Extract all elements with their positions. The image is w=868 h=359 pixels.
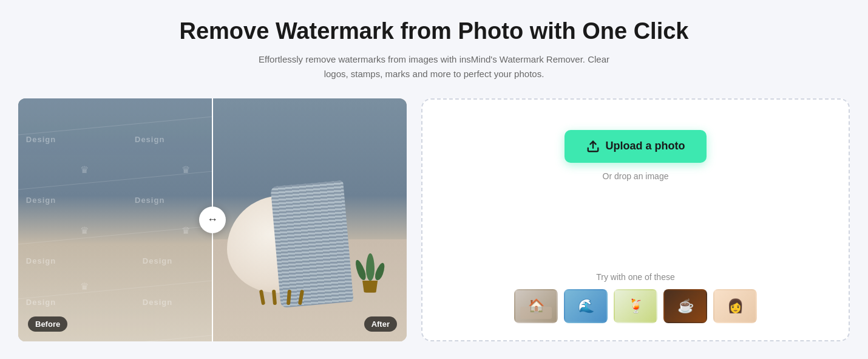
sample-thumb-4[interactable]: ☕ (663, 289, 707, 323)
page-subtitle: Effortlessly remove watermarks from imag… (246, 52, 622, 81)
chair-leg (259, 289, 265, 305)
svg-line-0 (18, 98, 212, 135)
chair-leg (287, 289, 291, 304)
before-bg: Design Design Design Design Design Desig… (18, 98, 212, 341)
page-title: Remove Watermark from Photo with One Cli… (180, 18, 689, 45)
drop-text: Or drop an image (603, 171, 669, 181)
thumb-inner-4: ☕ (665, 290, 706, 322)
chair-legs (257, 287, 306, 305)
svg-line-2 (18, 208, 212, 244)
sample-images: 🏠 🌊 🍹 ☕ 👩 (441, 289, 830, 323)
watermark-grid: Design Design Design Design Design Desig… (18, 98, 212, 341)
chair-leg (272, 289, 277, 304)
thumb-inner-2: 🌊 (565, 290, 606, 322)
sample-thumb-1[interactable]: 🏠 (514, 289, 558, 323)
before-after-container: Design Design Design Design Design Desig… (18, 98, 407, 341)
thumb-inner-5: 👩 (714, 290, 756, 322)
room-plant (357, 253, 384, 293)
upload-container: Upload a photo Or drop an image Try with… (421, 98, 850, 341)
main-content: Design Design Design Design Design Desig… (18, 98, 850, 341)
room-chair (215, 171, 348, 305)
sample-thumb-3[interactable]: 🍹 (614, 289, 657, 323)
watermark-lines-svg (18, 98, 212, 341)
upload-button[interactable]: Upload a photo (565, 130, 707, 163)
thumb-inner-1: 🏠 (515, 290, 557, 322)
sample-thumb-5[interactable]: 👩 (713, 289, 757, 323)
before-label: Before (28, 316, 67, 332)
chair-leg (298, 289, 304, 305)
upload-button-label: Upload a photo (606, 140, 685, 152)
page-header: Remove Watermark from Photo with One Cli… (180, 18, 689, 81)
upload-center: Upload a photo Or drop an image (565, 130, 707, 181)
slider-handle[interactable]: ↔ (199, 207, 226, 233)
plant-pot (362, 281, 379, 293)
sample-label: Try with one of these (441, 272, 830, 282)
plant-leaves (357, 253, 384, 281)
svg-line-1 (18, 153, 212, 190)
sample-thumb-2[interactable]: 🌊 (564, 289, 608, 323)
before-overlay: Design Design Design Design Design Desig… (18, 98, 212, 341)
after-label: After (364, 316, 397, 332)
upload-icon (586, 140, 600, 153)
plant-leaf (366, 253, 375, 281)
before-after-wrapper: Design Design Design Design Design Desig… (18, 98, 407, 341)
thumb-inner-3: 🍹 (615, 290, 656, 322)
sample-section: Try with one of these 🏠 🌊 🍹 ☕ 👩 (441, 272, 830, 323)
svg-line-3 (18, 262, 212, 299)
